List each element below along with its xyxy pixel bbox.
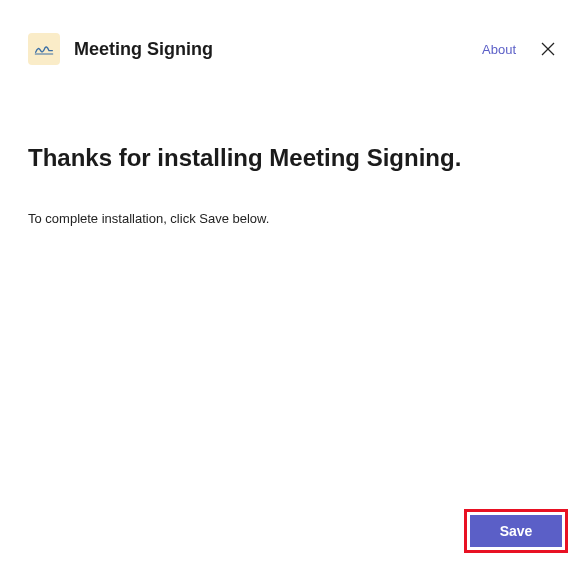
app-title: Meeting Signing <box>74 39 482 60</box>
close-button[interactable] <box>538 39 558 59</box>
instruction-text: To complete installation, click Save bel… <box>28 211 558 226</box>
save-highlight: Save <box>464 509 568 553</box>
about-link[interactable]: About <box>482 42 516 57</box>
dialog-content: Thanks for installing Meeting Signing. T… <box>0 70 586 226</box>
signature-icon <box>34 42 54 56</box>
close-icon <box>541 42 555 56</box>
dialog-header: Meeting Signing About <box>0 0 586 70</box>
app-icon <box>28 33 60 65</box>
dialog-footer: Save <box>464 509 568 553</box>
save-button[interactable]: Save <box>470 515 562 547</box>
page-heading: Thanks for installing Meeting Signing. <box>28 142 558 173</box>
